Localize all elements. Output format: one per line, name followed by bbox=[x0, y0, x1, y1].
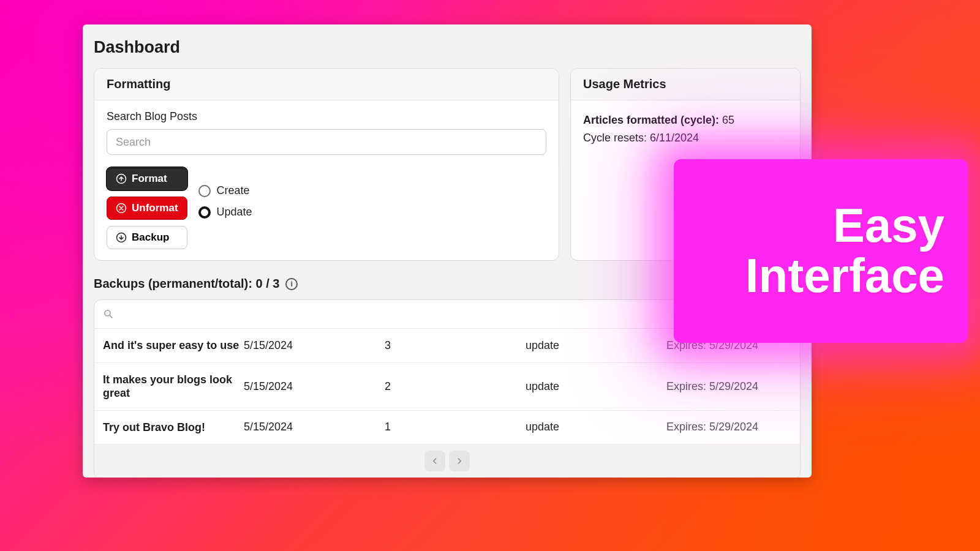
radio-update-label: Update bbox=[217, 206, 252, 219]
row-mode: update bbox=[526, 380, 666, 393]
svg-point-3 bbox=[105, 310, 110, 316]
promo-overlay-text: Easy Interface bbox=[674, 201, 944, 301]
row-count: 1 bbox=[385, 421, 526, 433]
radio-icon bbox=[198, 185, 211, 197]
search-icon bbox=[103, 309, 114, 320]
chevron-left-icon bbox=[431, 457, 439, 465]
radio-create-label: Create bbox=[217, 184, 250, 197]
table-row[interactable]: It makes your blogs look great 5/15/2024… bbox=[94, 363, 800, 411]
row-count: 3 bbox=[385, 339, 526, 352]
usage-metrics-title: Usage Metrics bbox=[571, 69, 800, 100]
metrics-reset-value: 6/11/2024 bbox=[650, 132, 699, 144]
row-expires: Expires: 5/29/2024 bbox=[666, 421, 791, 433]
row-date: 5/15/2024 bbox=[244, 421, 385, 433]
format-button[interactable]: Format bbox=[107, 167, 187, 190]
formatting-card: Formatting Search Blog Posts Format bbox=[94, 68, 559, 261]
unformat-button[interactable]: Unformat bbox=[107, 197, 187, 220]
page-title: Dashboard bbox=[83, 24, 812, 68]
download-circle-icon bbox=[116, 232, 127, 243]
row-mode: update bbox=[526, 421, 666, 433]
promo-overlay: Easy Interface bbox=[674, 159, 968, 343]
info-icon[interactable]: i bbox=[285, 278, 298, 290]
backup-button[interactable]: Backup bbox=[107, 226, 187, 249]
backups-summary-label: Backups (permanent/total): 0 / 3 bbox=[94, 277, 279, 291]
row-date: 5/15/2024 bbox=[244, 380, 385, 393]
arrow-up-circle-icon bbox=[116, 173, 127, 184]
row-count: 2 bbox=[385, 380, 526, 393]
row-title: Try out Bravo Blog! bbox=[103, 421, 244, 435]
search-input[interactable] bbox=[107, 129, 546, 155]
row-expires: Expires: 5/29/2024 bbox=[666, 380, 791, 393]
radio-create[interactable]: Create bbox=[198, 184, 252, 197]
chevron-right-icon bbox=[455, 457, 464, 465]
radio-update[interactable]: Update bbox=[198, 206, 252, 219]
pager-prev[interactable] bbox=[424, 451, 445, 471]
metrics-formatted-value: 65 bbox=[722, 114, 734, 126]
row-date: 5/15/2024 bbox=[244, 339, 385, 352]
search-label: Search Blog Posts bbox=[107, 110, 546, 123]
row-title: And it's super easy to use bbox=[103, 339, 244, 353]
pager-next[interactable] bbox=[449, 451, 470, 471]
table-row[interactable]: Try out Bravo Blog! 5/15/2024 1 update E… bbox=[94, 411, 800, 445]
unformat-button-label: Unformat bbox=[132, 202, 178, 214]
metrics-reset-label: Cycle resets: bbox=[583, 132, 647, 144]
format-button-label: Format bbox=[132, 173, 167, 185]
formatting-card-title: Formatting bbox=[94, 69, 559, 100]
row-title: It makes your blogs look great bbox=[103, 373, 244, 400]
metrics-formatted-label: Articles formatted (cycle): bbox=[583, 114, 719, 126]
backup-button-label: Backup bbox=[132, 231, 169, 244]
pager bbox=[94, 444, 800, 478]
row-mode: update bbox=[526, 339, 666, 352]
radio-icon-selected bbox=[198, 206, 211, 219]
cancel-circle-icon bbox=[116, 203, 127, 214]
